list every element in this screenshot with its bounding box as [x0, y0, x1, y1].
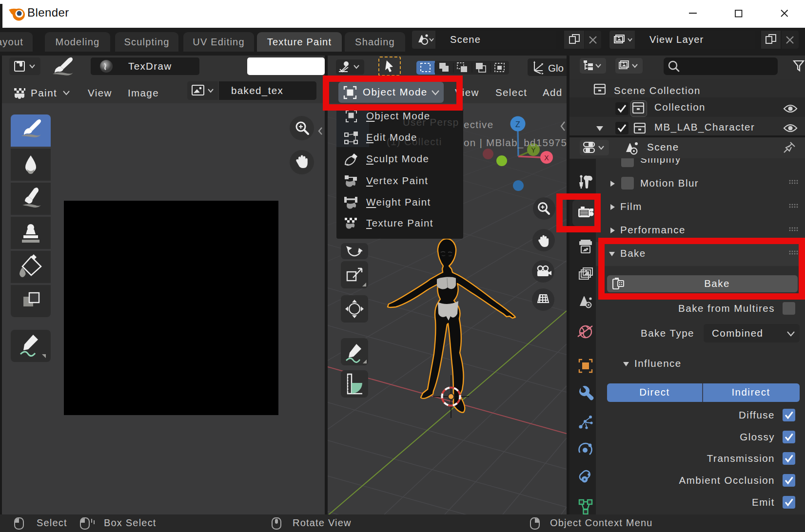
svg-text:on | MBlab_bd15975: on | MBlab_bd15975 [464, 137, 567, 149]
svg-text:ective: ective [464, 119, 493, 130]
svg-text:X: X [544, 154, 549, 162]
svg-text:Z: Z [515, 120, 520, 129]
svg-text:Glo: Glo [548, 62, 564, 74]
